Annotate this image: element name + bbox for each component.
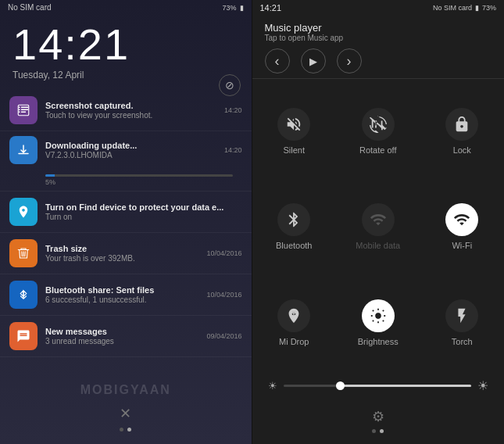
notif-subtitle-find-device: Turn on bbox=[45, 213, 234, 221]
notif-icon-download bbox=[9, 136, 38, 164]
notif-icon-bluetooth-share bbox=[9, 281, 38, 309]
qs-mobile-data-label: Mobile data bbox=[356, 241, 400, 250]
wifi-icon bbox=[445, 203, 478, 236]
music-next-button[interactable]: › bbox=[337, 48, 362, 73]
brightness-thumb[interactable] bbox=[336, 381, 345, 390]
torch-icon bbox=[445, 299, 478, 332]
mi-drop-icon bbox=[277, 299, 310, 332]
right-status-bar: 14:21 No SIM card ▮ 73% bbox=[252, 0, 505, 16]
notif-title-screenshot: Screenshot captured. bbox=[45, 101, 216, 110]
notif-content-find-device: Turn on Find device to protect your data… bbox=[45, 202, 234, 221]
qs-mi-drop-label: Mi Drop bbox=[279, 337, 309, 346]
notif-title-messages: New messages bbox=[45, 327, 198, 336]
notif-content-screenshot: Screenshot captured. Touch to view your … bbox=[45, 101, 216, 120]
notification-trash[interactable]: Trash size Your trash is over 392MB. 10/… bbox=[0, 233, 252, 274]
notif-title-bluetooth-share: Bluetooth share: Sent files bbox=[45, 285, 198, 295]
music-controls: ‹ ▶ › bbox=[265, 48, 492, 73]
brightness-track[interactable] bbox=[284, 385, 472, 387]
qs-mobile-data[interactable]: Mobile data bbox=[336, 179, 420, 274]
battery-icon: ▮ bbox=[240, 4, 244, 12]
clock-area: 14:21 Tuesday, 12 April bbox=[0, 15, 252, 84]
left-status-battery: 73% bbox=[222, 4, 236, 12]
qs-mi-drop[interactable]: Mi Drop bbox=[252, 275, 337, 371]
qs-lock-label: Lock bbox=[453, 145, 471, 155]
music-player[interactable]: Music player Tap to open Music app ‹ ▶ › bbox=[252, 16, 505, 79]
qs-brightness-label: Brightness bbox=[358, 337, 399, 346]
brightness-max-icon: ☀ bbox=[477, 378, 488, 393]
right-status-sim: No SIM card bbox=[433, 4, 472, 12]
clear-notifications-button[interactable]: ✕ bbox=[112, 399, 140, 428]
brightness-icon bbox=[362, 299, 395, 332]
qs-wifi[interactable]: Wi-Fi bbox=[420, 179, 505, 274]
left-status-bar: No SIM card 73% ▮ bbox=[0, 0, 252, 15]
music-player-title: Music player bbox=[265, 22, 492, 34]
notif-title-download: Downloading update... bbox=[45, 141, 216, 150]
music-player-subtitle: Tap to open Music app bbox=[265, 34, 492, 42]
notification-download[interactable]: Downloading update... V7.2.3.0.LHOMIDA 1… bbox=[0, 131, 252, 192]
notif-title-trash: Trash size bbox=[45, 244, 198, 253]
right-battery-icon: ▮ bbox=[475, 4, 479, 12]
notif-content-download: Downloading update... V7.2.3.0.LHOMIDA bbox=[45, 141, 216, 159]
notif-subtitle-screenshot: Touch to view your screenshot. bbox=[45, 111, 216, 120]
quick-settings-grid: Silent Rotate off Lock Bluetooth bbox=[252, 79, 505, 375]
qs-torch[interactable]: Torch bbox=[420, 275, 505, 371]
notif-icon-messages bbox=[9, 322, 38, 350]
notif-time-trash: 10/04/2016 bbox=[206, 249, 241, 257]
lock-icon bbox=[445, 108, 478, 141]
notif-title-find-device: Turn on Find device to protect your data… bbox=[45, 202, 234, 212]
notif-icon-find-device bbox=[9, 198, 38, 226]
notif-icon-trash bbox=[9, 239, 38, 267]
music-prev-button[interactable]: ‹ bbox=[265, 48, 290, 73]
right-panel: 14:21 No SIM card ▮ 73% Music player Tap… bbox=[252, 0, 505, 444]
brightness-slider-row: ☀ ☀ bbox=[252, 375, 505, 399]
clock-time: 14:21 bbox=[13, 23, 239, 66]
notification-bluetooth-share[interactable]: Bluetooth share: Sent files 6 successful… bbox=[0, 274, 252, 316]
left-status-sim: No SIM card bbox=[8, 3, 52, 12]
qs-wifi-label: Wi-Fi bbox=[452, 241, 472, 250]
qs-rotate-off[interactable]: Rotate off bbox=[336, 84, 420, 179]
right-dot-2 bbox=[380, 429, 384, 433]
right-status-time: 14:21 bbox=[260, 3, 282, 13]
left-dot-1 bbox=[120, 428, 123, 431]
qs-lock[interactable]: Lock bbox=[420, 84, 505, 179]
notif-time-messages: 09/04/2016 bbox=[206, 332, 241, 340]
download-progress-fill bbox=[45, 174, 55, 177]
left-panel: No SIM card 73% ▮ 14:21 Tuesday, 12 Apri… bbox=[0, 0, 252, 444]
download-progress-pct: 5% bbox=[45, 178, 233, 186]
qs-bluetooth[interactable]: Bluetooth bbox=[252, 179, 337, 274]
notif-time-bluetooth-share: 10/04/2016 bbox=[206, 291, 241, 299]
qs-torch-label: Torch bbox=[452, 337, 473, 346]
silent-icon bbox=[277, 108, 310, 141]
clock-date: Tuesday, 12 April bbox=[13, 70, 239, 81]
right-status-battery: 73% bbox=[482, 4, 496, 12]
qs-silent-label: Silent bbox=[283, 145, 305, 155]
left-dots bbox=[120, 428, 131, 439]
right-dot-1 bbox=[372, 429, 376, 433]
qs-bluetooth-label: Bluetooth bbox=[276, 241, 312, 250]
notification-messages[interactable]: New messages 3 unread messages 09/04/201… bbox=[0, 316, 252, 357]
right-dots bbox=[372, 429, 384, 441]
qs-brightness[interactable]: Brightness bbox=[336, 275, 420, 371]
notif-subtitle-download: V7.2.3.0.LHOMIDA bbox=[45, 151, 216, 159]
qs-rotate-off-label: Rotate off bbox=[359, 145, 397, 155]
notifications-list: Screenshot captured. Touch to view your … bbox=[0, 90, 252, 393]
brightness-min-icon: ☀ bbox=[268, 380, 277, 392]
notification-screenshot[interactable]: Screenshot captured. Touch to view your … bbox=[0, 90, 252, 131]
notif-subtitle-bluetooth-share: 6 successful, 1 unsuccessful. bbox=[45, 295, 198, 304]
notif-icon-screenshot bbox=[9, 96, 38, 124]
music-play-button[interactable]: ▶ bbox=[301, 48, 326, 73]
notif-subtitle-trash: Your trash is over 392MB. bbox=[45, 254, 198, 263]
settings-button[interactable]: ⚙ bbox=[366, 404, 391, 429]
notif-time-download: 14:20 bbox=[224, 146, 242, 154]
notification-find-device[interactable]: Turn on Find device to protect your data… bbox=[0, 192, 252, 233]
brightness-fill bbox=[340, 385, 471, 387]
qs-silent[interactable]: Silent bbox=[252, 84, 337, 179]
mobile-data-icon bbox=[362, 203, 395, 236]
bluetooth-icon bbox=[277, 203, 310, 236]
notif-time-screenshot: 14:20 bbox=[224, 106, 242, 114]
compass-button[interactable]: ⊘ bbox=[219, 74, 241, 96]
notif-subtitle-messages: 3 unread messages bbox=[45, 337, 198, 346]
left-dot-2 bbox=[127, 428, 131, 431]
notif-content-bluetooth-share: Bluetooth share: Sent files 6 successful… bbox=[45, 285, 198, 304]
notif-content-trash: Trash size Your trash is over 392MB. bbox=[45, 244, 198, 263]
